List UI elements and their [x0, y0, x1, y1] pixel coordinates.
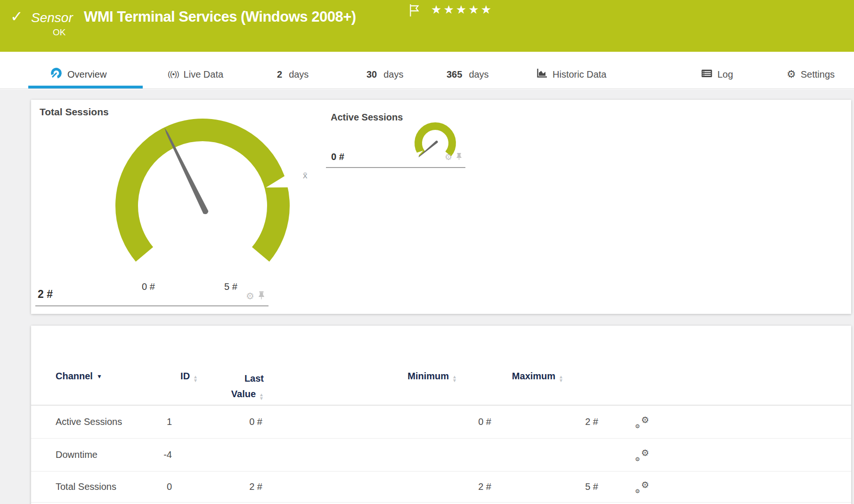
total-sessions-value: 2 # — [38, 288, 53, 301]
table-row[interactable]: Downtime -4 ⚙⚙ — [31, 439, 851, 472]
page-title: WMI Terminal Services (Windows 2008+) — [84, 8, 356, 25]
maximum-cell: 5 # — [585, 472, 598, 502]
tab-historic-data-label: Historic Data — [553, 69, 606, 80]
flag-icon[interactable] — [409, 4, 420, 19]
tab-365-days-number: 365 — [447, 69, 462, 80]
active-gauge-rule — [326, 167, 465, 168]
sort-toggle-icon: ▲▼ — [559, 375, 563, 383]
sensor-header: ✓ Sensor WMI Terminal Services (Windows … — [0, 0, 854, 52]
column-header-last-label: Last — [244, 373, 264, 384]
active-gauge-pin-icon[interactable] — [456, 152, 462, 162]
column-header-maximum[interactable]: Maximum▲▼ — [512, 371, 563, 383]
sensor-status-text: OK — [53, 27, 65, 38]
tab-30-days-label: days — [383, 69, 403, 80]
settings-gear-icon: ⚙ — [787, 69, 796, 80]
total-gauge-gear-icon[interactable]: ⚙ — [246, 291, 254, 301]
total-gauge-rule — [35, 305, 268, 306]
channel-name-cell[interactable]: Downtime — [56, 439, 98, 471]
channel-name-cell[interactable]: Active Sessions — [56, 406, 122, 438]
column-header-minimum[interactable]: Minimum▲▼ — [407, 371, 457, 383]
tab-30-days-number: 30 — [366, 69, 377, 80]
column-header-id[interactable]: ID▲▼ — [180, 371, 198, 383]
gauge-min-label: 0 # — [132, 281, 165, 292]
status-ok-check-icon: ✓ — [10, 8, 23, 25]
active-sessions-gauge-title: Active Sessions — [331, 112, 403, 123]
active-sessions-value: 0 # — [331, 152, 344, 162]
gauge-max-label: 5 # — [214, 281, 247, 292]
tab-bar: Overview ((•)) Live Data 2 days 30 days … — [0, 52, 854, 89]
sort-toggle-icon: ▲▼ — [452, 375, 457, 383]
tab-log[interactable]: Log — [701, 65, 733, 84]
tab-log-label: Log — [717, 69, 733, 80]
channels-panel: Channel▼ ID▲▼ Last Value▲▼ Minimum▲▼ Max… — [31, 326, 851, 504]
column-header-channel[interactable]: Channel▼ — [56, 371, 102, 382]
total-sessions-gauge — [108, 112, 297, 300]
tab-overview[interactable]: Overview — [50, 65, 106, 84]
sort-desc-icon: ▼ — [97, 373, 102, 380]
tab-settings[interactable]: ⚙ Settings — [787, 65, 835, 84]
sort-toggle-icon: ▲▼ — [259, 393, 264, 400]
channel-settings-gears-icon[interactable]: ⚙⚙ — [635, 481, 649, 493]
gauges-panel: Total Sessions 0 # 5 # x̄ 2 # ⚙ Active S… — [31, 100, 851, 314]
tab-365-days[interactable]: 365 days — [447, 65, 489, 84]
tab-historic-data[interactable]: Historic Data — [536, 65, 606, 84]
column-header-last-value[interactable]: Last Value▲▼ — [231, 371, 264, 402]
minimum-cell: 2 # — [478, 472, 491, 502]
broadcast-icon: ((•)) — [168, 70, 179, 79]
tab-365-days-label: days — [469, 69, 488, 80]
column-header-id-label: ID — [180, 371, 190, 381]
overview-gauge-icon — [50, 67, 63, 82]
sensor-kind-label: Sensor — [31, 10, 73, 25]
table-row[interactable]: Total Sessions 0 2 # 2 # 5 # ⚙⚙ — [31, 472, 851, 503]
minimum-cell: 0 # — [478, 406, 491, 438]
maximum-cell: 2 # — [585, 406, 598, 438]
log-list-icon — [701, 69, 713, 80]
column-header-channel-label: Channel — [56, 371, 93, 381]
last-value-cell: 0 # — [249, 406, 262, 438]
active-tab-underline — [28, 86, 143, 88]
tab-overview-label: Overview — [67, 69, 106, 80]
active-gauge-gear-icon[interactable]: ⚙ — [445, 152, 452, 162]
column-header-value-label: Value — [231, 389, 256, 399]
total-sessions-gauge-title: Total Sessions — [40, 106, 109, 118]
channel-settings-gears-icon[interactable]: ⚙⚙ — [635, 416, 649, 428]
tab-2-days-number: 2 — [277, 69, 282, 80]
gauge-average-label: x̄ — [303, 170, 308, 181]
tab-live-data[interactable]: ((•)) Live Data — [168, 65, 223, 84]
tab-30-days[interactable]: 30 days — [366, 65, 404, 84]
tab-live-data-label: Live Data — [184, 69, 224, 80]
last-value-cell: 2 # — [249, 472, 262, 502]
sort-toggle-icon: ▲▼ — [193, 375, 198, 383]
total-gauge-pin-icon[interactable] — [258, 291, 265, 301]
tab-2-days-label: days — [289, 69, 309, 80]
column-header-maximum-label: Maximum — [512, 371, 555, 381]
tab-2-days[interactable]: 2 days — [277, 65, 309, 84]
table-row[interactable]: Active Sessions 1 0 # 0 # 2 # ⚙⚙ — [31, 406, 851, 439]
channel-settings-gears-icon[interactable]: ⚙⚙ — [635, 449, 649, 461]
column-header-minimum-label: Minimum — [407, 371, 449, 381]
historic-chart-icon — [536, 68, 548, 81]
id-cell: 1 — [167, 406, 172, 438]
id-cell: 0 — [167, 472, 172, 502]
priority-stars-icon[interactable]: ★★★★★ — [431, 3, 493, 16]
tab-settings-label: Settings — [801, 69, 835, 80]
channel-name-cell[interactable]: Total Sessions — [56, 472, 116, 502]
id-cell: -4 — [163, 439, 172, 471]
